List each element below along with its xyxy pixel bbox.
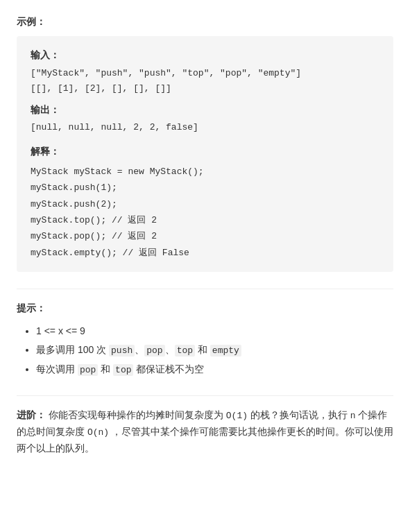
advanced-section: 进阶： 你能否实现每种操作的均摊时间复杂度为 O(1) 的栈？换句话说，执行 n… <box>17 407 393 457</box>
example-code-block: 输入： ["MyStack", "push", "push", "top", "… <box>17 36 393 272</box>
hints-title: 提示： <box>17 300 393 316</box>
divider-2 <box>17 395 393 396</box>
example-section: 示例： 输入： ["MyStack", "push", "push", "top… <box>17 14 393 272</box>
explanation-line: MyStack myStack = new MyStack(); <box>31 164 379 180</box>
hint-item-1: 1 <= x <= 9 <box>36 323 393 340</box>
hint-item-2: 最多调用 100 次 push、pop、top 和 empty <box>36 342 393 359</box>
hints-section: 提示： 1 <= x <= 9 最多调用 100 次 push、pop、top … <box>17 300 393 378</box>
input-line-1: ["MyStack", "push", "push", "top", "pop"… <box>31 66 379 81</box>
hints-list: 1 <= x <= 9 最多调用 100 次 push、pop、top 和 em… <box>17 323 393 379</box>
explanation-line: myStack.pop(); // 返回 2 <box>31 228 379 244</box>
explanation-label: 解释： <box>31 144 379 159</box>
input-line-2: [[], [1], [2], [], [], []] <box>31 81 379 96</box>
explanation-code: MyStack myStack = new MyStack(); myStack… <box>31 164 379 261</box>
hint-item-3: 每次调用 pop 和 top 都保证栈不为空 <box>36 361 393 378</box>
advanced-label: 进阶： <box>17 409 46 420</box>
input-label: 输入： <box>31 47 379 62</box>
explanation-line: myStack.push(2); <box>31 196 379 212</box>
divider-1 <box>17 289 393 289</box>
example-title: 示例： <box>17 14 393 29</box>
output-line-1: [null, null, null, 2, 2, false] <box>31 120 379 135</box>
output-label: 输出： <box>31 102 379 117</box>
explanation-line: myStack.empty(); // 返回 False <box>31 245 379 261</box>
explanation-line: myStack.push(1); <box>31 180 379 196</box>
explanation-line: myStack.top(); // 返回 2 <box>31 212 379 228</box>
